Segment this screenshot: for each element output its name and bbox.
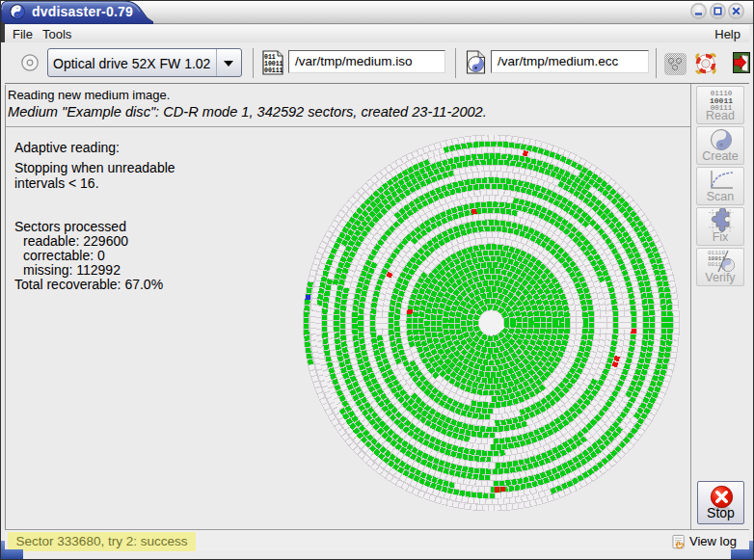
svg-text:00111: 00111 xyxy=(264,67,283,74)
svg-text:011: 011 xyxy=(264,54,276,61)
svg-text:10011: 10011 xyxy=(264,61,283,67)
